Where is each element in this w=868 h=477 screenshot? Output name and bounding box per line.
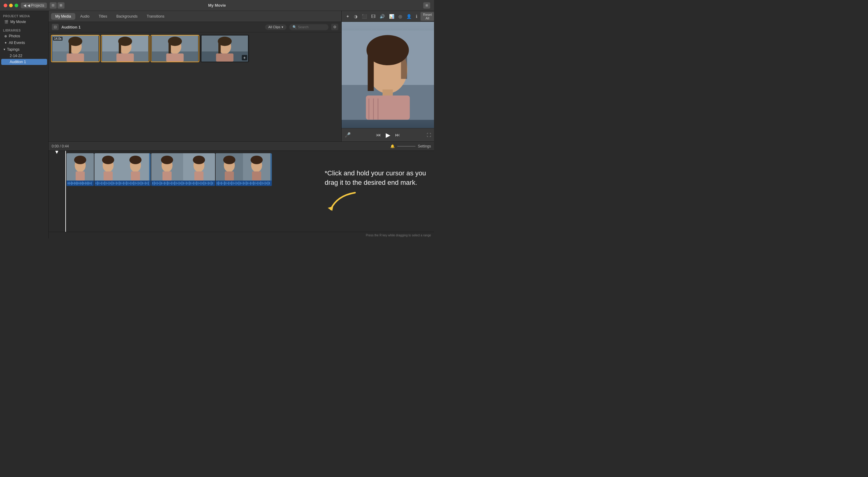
svg-rect-143 (195, 182, 195, 184)
svg-rect-197 (265, 182, 266, 185)
portrait-tool[interactable]: 👤 (405, 13, 413, 20)
microphone-button[interactable]: 🎤 (345, 132, 351, 138)
media-tabs: My Media Audio Titles Backgrounds Transi… (49, 11, 341, 22)
svg-rect-41 (70, 183, 70, 184)
svg-point-158 (223, 156, 236, 164)
svg-rect-196 (263, 183, 264, 184)
titlebar-left: ◀ ◀ Projects ⊟ ⊞ (4, 2, 65, 9)
timeline-header: 0:00 / 0:44 🔔 Settings (49, 142, 434, 151)
thumbnail-3[interactable] (151, 35, 199, 62)
sidebar-item-all-events[interactable]: ✦ All Events (1, 39, 47, 46)
svg-rect-52 (82, 182, 83, 185)
speed-tool[interactable]: ◎ (397, 13, 403, 20)
svg-rect-5 (66, 54, 84, 62)
tab-my-media[interactable]: My Media (51, 13, 75, 20)
timeline-clip-1[interactable] (66, 153, 94, 186)
viewer-panel: ✦ ◑ ⬛ 🎞 🔊 📊 ◎ 👤 ℹ Reset All (341, 11, 434, 141)
svg-rect-145 (198, 182, 198, 184)
sidebar-item-my-movie[interactable]: 🎬 My Movie (1, 19, 47, 25)
close-button[interactable] (4, 4, 7, 7)
svg-rect-122 (164, 182, 165, 185)
thumbnail-2[interactable] (101, 35, 149, 62)
tab-audio[interactable]: Audio (76, 13, 94, 20)
svg-rect-103 (145, 182, 146, 185)
thumbnail-4[interactable]: + (200, 35, 249, 62)
tab-titles[interactable]: Titles (94, 13, 112, 20)
tab-backgrounds[interactable]: Backgrounds (112, 13, 142, 20)
maximize-button[interactable] (14, 4, 18, 7)
svg-rect-154 (211, 181, 211, 185)
crop-tool[interactable]: ⬛ (361, 13, 368, 20)
svg-rect-82 (115, 183, 115, 184)
info-tool[interactable]: ℹ (414, 13, 418, 20)
expand-button[interactable]: ⛶ (427, 133, 431, 137)
settings-label[interactable]: Settings (418, 144, 431, 148)
volume-slider[interactable] (397, 146, 415, 146)
clip-1-audio (66, 180, 94, 186)
clip-1-waveform (68, 181, 93, 185)
project-media-section-label: PROJECT MEDIA (0, 13, 48, 19)
enhance-tool[interactable]: ✦ (345, 13, 351, 20)
reset-all-button[interactable]: Reset All (420, 12, 434, 21)
nav-right-button[interactable]: ⊞ (57, 2, 65, 9)
nav-left-button[interactable]: ⊟ (50, 2, 57, 9)
skip-forward-button[interactable]: ⏭ (395, 132, 400, 138)
timeline-clip-4[interactable]: 13.6s (216, 153, 272, 186)
timeline-clip-3[interactable] (151, 153, 215, 186)
svg-rect-181 (242, 183, 242, 184)
svg-rect-51 (81, 182, 82, 184)
media-browser-toolbar: ⊟ Audition 1 All Clips ▾ 🔍 ⚙ (49, 22, 341, 32)
svg-rect-118 (158, 183, 159, 184)
clip-3-waveform (152, 181, 214, 185)
search-input[interactable] (298, 25, 325, 29)
svg-rect-198 (266, 182, 267, 184)
svg-rect-155 (212, 182, 213, 184)
svg-rect-38 (75, 171, 85, 180)
svg-rect-109 (162, 171, 172, 180)
media-browser: ⊟ Audition 1 All Clips ▾ 🔍 ⚙ (49, 22, 341, 141)
playhead-marker (55, 151, 58, 154)
equalizer-tool[interactable]: 📊 (388, 13, 396, 20)
volume-tool[interactable]: 🔊 (378, 13, 386, 20)
clips-filter-selector[interactable]: All Clips ▾ (265, 24, 287, 30)
svg-rect-69 (96, 182, 96, 184)
svg-rect-77 (107, 183, 108, 184)
media-settings-button[interactable]: ⚙ (331, 24, 338, 30)
svg-rect-104 (146, 182, 147, 184)
tab-transitions[interactable]: Transitions (143, 13, 168, 20)
svg-rect-100 (141, 181, 141, 185)
fullscreen-button[interactable]: ⊞ (423, 2, 430, 9)
sidebar-item-photos[interactable]: ⊕ Photos (1, 33, 47, 39)
svg-rect-16 (168, 43, 171, 54)
clip-4-thumb-1 (216, 153, 243, 180)
stabilize-tool[interactable]: 🎞 (370, 13, 377, 20)
timeline-clip-2[interactable] (94, 153, 151, 186)
svg-rect-182 (243, 182, 244, 185)
svg-rect-190 (254, 182, 255, 184)
sidebar: PROJECT MEDIA 🎬 My Movie LIBRARIES ⊕ Pho… (0, 11, 49, 238)
sidebar-item-date[interactable]: 2-14-22 (1, 53, 47, 59)
skip-back-button[interactable]: ⏮ (376, 132, 381, 138)
projects-button[interactable]: ◀ ◀ Projects (21, 2, 47, 8)
svg-rect-114 (152, 182, 153, 184)
tapings-folder[interactable]: ▼ Tapings (0, 46, 48, 53)
thumbnail-add-button[interactable]: + (242, 55, 247, 60)
svg-rect-170 (226, 182, 226, 184)
svg-point-162 (251, 156, 263, 164)
color-tool[interactable]: ◑ (352, 13, 359, 20)
thumbnail-1[interactable]: 14.0s (51, 35, 100, 62)
svg-rect-125 (168, 182, 169, 184)
thumbnail-2-image (101, 35, 149, 62)
svg-rect-175 (233, 182, 234, 184)
svg-rect-171 (227, 183, 227, 184)
sidebar-toggle-button[interactable]: ⊟ (52, 24, 59, 30)
play-button[interactable]: ▶ (386, 131, 390, 139)
svg-rect-146 (199, 183, 200, 184)
volume-slider-icon: 🔔 (390, 144, 395, 148)
minimize-button[interactable] (9, 4, 13, 7)
sidebar-item-audition[interactable]: Audition 1 (1, 59, 47, 65)
svg-rect-187 (250, 182, 251, 185)
svg-rect-39 (68, 182, 68, 184)
folder-arrow-icon: ▼ (3, 48, 6, 51)
svg-rect-84 (118, 182, 118, 184)
